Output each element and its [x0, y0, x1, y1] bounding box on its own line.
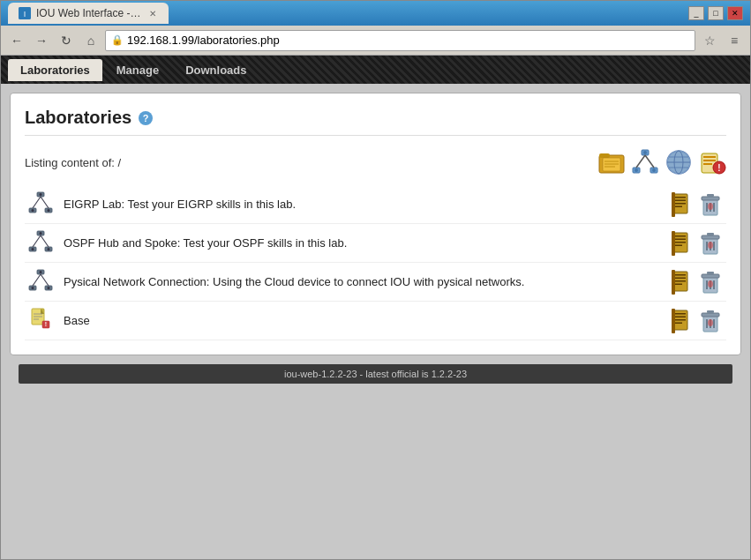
edit-lab-button[interactable] — [670, 270, 695, 295]
browser-toolbar: ← → ↻ ⌂ 🔒 ☆ ≡ — [1, 26, 750, 56]
edit-lab-button[interactable] — [670, 192, 695, 217]
edit-lab-button[interactable] — [670, 231, 695, 256]
home-button[interactable]: ⌂ — [80, 30, 101, 51]
menu-button[interactable]: ≡ — [724, 30, 745, 51]
svg-text:!: ! — [717, 163, 720, 173]
svg-rect-86 — [707, 272, 714, 274]
open-folder-icon[interactable] — [597, 148, 626, 176]
svg-rect-23 — [703, 156, 716, 158]
svg-rect-64 — [702, 235, 719, 239]
svg-rect-44 — [707, 194, 714, 197]
tab-close-button[interactable]: ✕ — [147, 8, 158, 19]
status-bar: iou-web-1.2.2-23 - latest official is 1.… — [19, 364, 732, 384]
lab-network-icon — [28, 229, 56, 257]
lab-name[interactable]: OSPF Hub and Spoke: Test your OSPF skill… — [64, 236, 347, 250]
main-content: Laboratories ? Listing content of: / — [1, 84, 750, 559]
svg-rect-38 — [675, 199, 686, 201]
address-bar-wrapper: 🔒 — [105, 30, 695, 51]
lab-name[interactable]: Pysical Network Connection: Using the Cl… — [64, 275, 524, 288]
network-topology-icon[interactable] — [631, 148, 659, 176]
svg-rect-101 — [675, 316, 686, 317]
svg-point-33 — [40, 193, 42, 196]
nav-bar: Laboratories Manage Downloads — [1, 56, 750, 84]
help-icon[interactable]: ? — [139, 111, 153, 125]
svg-point-14 — [635, 168, 638, 172]
svg-point-77 — [48, 287, 50, 289]
svg-point-90 — [708, 280, 713, 287]
lab-network-icon — [28, 268, 56, 295]
nav-item-laboratories[interactable]: Laboratories — [8, 59, 102, 81]
svg-rect-59 — [675, 238, 686, 240]
browser-tab[interactable]: I IOU Web Interface - Lab ✕ — [8, 3, 169, 24]
maximize-button[interactable]: □ — [708, 6, 724, 20]
card-title: Laboratories — [25, 108, 131, 128]
lab-name[interactable]: Base — [64, 314, 90, 327]
svg-rect-37 — [675, 197, 686, 198]
svg-point-15 — [652, 168, 656, 172]
svg-line-32 — [41, 197, 49, 208]
svg-rect-58 — [675, 235, 686, 237]
svg-rect-104 — [672, 309, 675, 333]
export-icon[interactable] — [665, 148, 693, 176]
page-content: Laboratories Manage Downloads Laboratori… — [1, 56, 750, 559]
config-icon[interactable]: ! — [698, 148, 726, 176]
svg-rect-3 — [599, 153, 610, 158]
svg-rect-79 — [675, 274, 686, 276]
lab-file-icon: ! — [28, 307, 56, 334]
address-lock-icon: 🔒 — [111, 34, 124, 46]
svg-text:I: I — [24, 10, 26, 19]
svg-rect-24 — [703, 160, 716, 161]
listing-path: Listing content of: / — [25, 156, 121, 169]
svg-line-11 — [636, 155, 645, 168]
delete-lab-button[interactable] — [698, 192, 723, 217]
svg-point-76 — [32, 287, 34, 289]
edit-lab-button[interactable] — [670, 309, 695, 333]
svg-rect-25 — [703, 163, 712, 165]
lab-name[interactable]: EIGRP Lab: Test your EIGRP skills in thi… — [64, 198, 296, 211]
svg-rect-85 — [702, 274, 719, 278]
lab-network-icon — [28, 190, 56, 218]
svg-point-34 — [32, 209, 34, 212]
back-button[interactable]: ← — [6, 30, 27, 51]
svg-rect-107 — [707, 310, 714, 313]
listing-header: Listing content of: / — [25, 148, 726, 176]
svg-rect-60 — [675, 242, 686, 243]
svg-point-55 — [32, 248, 34, 250]
svg-line-31 — [33, 197, 41, 208]
nav-item-manage[interactable]: Manage — [104, 59, 171, 81]
card-header: Laboratories ? — [25, 108, 726, 136]
table-row: EIGRP Lab: Test your EIGRP skills in thi… — [25, 185, 726, 224]
svg-point-54 — [40, 232, 42, 235]
svg-rect-106 — [702, 313, 719, 317]
svg-rect-39 — [675, 203, 686, 205]
svg-line-52 — [33, 235, 41, 247]
svg-rect-43 — [702, 197, 719, 200]
svg-point-48 — [708, 203, 713, 210]
reload-button[interactable]: ↻ — [56, 30, 77, 51]
address-input[interactable] — [127, 34, 689, 47]
forward-button[interactable]: → — [31, 30, 52, 51]
delete-lab-button[interactable] — [698, 309, 723, 333]
table-row: ! Base — [25, 302, 726, 340]
svg-rect-83 — [672, 270, 675, 295]
bookmark-button[interactable]: ☆ — [699, 30, 720, 51]
svg-line-74 — [41, 274, 49, 286]
nav-item-downloads[interactable]: Downloads — [173, 59, 259, 81]
svg-rect-65 — [707, 233, 714, 235]
title-bar: I IOU Web Interface - Lab ✕ _ □ ✕ — [1, 1, 750, 26]
svg-rect-40 — [675, 205, 682, 207]
labs-table: EIGRP Lab: Test your EIGRP skills in thi… — [25, 185, 726, 340]
svg-rect-100 — [675, 313, 686, 315]
svg-rect-103 — [675, 322, 682, 324]
listing-actions: ! — [597, 148, 726, 176]
delete-lab-button[interactable] — [698, 270, 723, 295]
table-row: OSPF Hub and Spoke: Test your OSPF skill… — [25, 224, 726, 263]
svg-line-12 — [645, 155, 654, 168]
close-button[interactable]: ✕ — [727, 6, 743, 20]
minimize-button[interactable]: _ — [688, 6, 704, 20]
svg-rect-81 — [675, 280, 686, 282]
svg-point-69 — [708, 242, 713, 249]
delete-lab-button[interactable] — [698, 231, 723, 256]
svg-point-56 — [48, 248, 50, 250]
svg-rect-82 — [675, 283, 682, 285]
